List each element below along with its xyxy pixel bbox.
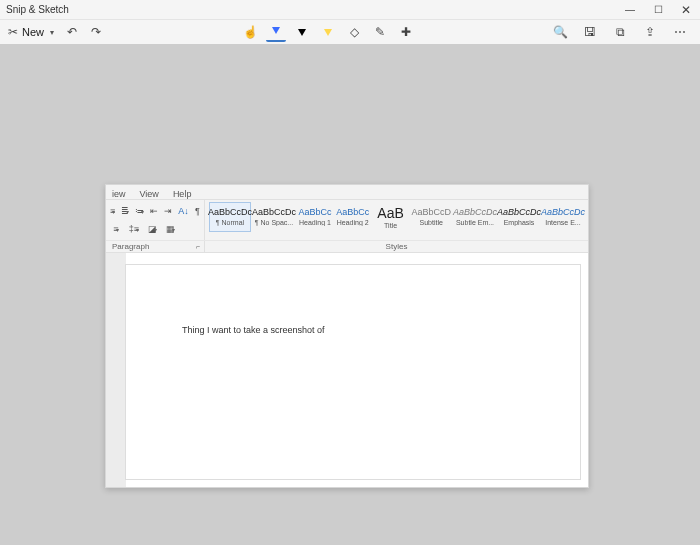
document-body-text: Thing I want to take a screenshot of (182, 325, 325, 335)
pen-blue-button[interactable] (266, 22, 286, 42)
align-left-icon[interactable]: ≡▾ (110, 224, 122, 234)
ruler-button[interactable]: ✎ (370, 22, 390, 42)
snip-icon: ✂ (8, 25, 18, 39)
increase-indent-icon[interactable]: ⇥ (164, 206, 172, 216)
borders-icon[interactable]: ▦▾ (164, 224, 176, 234)
style-subtitle[interactable]: AaBbCcD Subtitle (410, 202, 452, 232)
save-button[interactable]: 🖫 (580, 22, 600, 42)
paragraph-launcher-icon[interactable]: ⌐ (196, 243, 200, 250)
style-intense-emphasis[interactable]: AaBbCcDc Intense E... (542, 202, 584, 232)
eraser-button[interactable]: ◇ (344, 22, 364, 42)
style-title[interactable]: AaB Title (373, 202, 409, 232)
eraser-icon: ◇ (350, 25, 359, 39)
pen-black-button[interactable] (292, 22, 312, 42)
pen-blue-icon (272, 27, 280, 34)
paragraph-group: ≡▾ ≣▾ ≔▾ ⇤ ⇥ A↓ ¶ ≡▾ ‡≡▾ ◪▾ ▦▾ (106, 200, 205, 240)
redo-button[interactable]: ↷ (86, 22, 106, 42)
new-label: New (22, 26, 44, 38)
styles-gallery[interactable]: AaBbCcDc ¶ Normal AaBbCcDc ¶ No Spac... … (205, 200, 588, 240)
word-left-gutter (106, 253, 126, 487)
numbering-icon[interactable]: ≣▾ (121, 206, 129, 216)
toolbar-right: 🔍 🖫 ⧉ ⇪ ⋯ (550, 22, 696, 42)
pen-black-icon (298, 29, 306, 36)
multilevel-icon[interactable]: ≔▾ (135, 206, 144, 216)
window-title: Snip & Sketch (6, 4, 69, 15)
ribbon-group-labels: Paragraph ⌐ Styles (106, 241, 588, 253)
style-subtle-emphasis[interactable]: AaBbCcDc Subtle Em... (454, 202, 496, 232)
minimize-button[interactable]: — (616, 0, 644, 20)
word-page[interactable]: Thing I want to take a screenshot of (126, 265, 580, 479)
show-marks-icon[interactable]: ¶ (195, 206, 200, 216)
word-tab-view[interactable]: View (140, 189, 159, 199)
new-dropdown-chevron-icon[interactable]: ▾ (50, 28, 54, 37)
undo-icon: ↶ (67, 25, 77, 39)
save-icon: 🖫 (584, 25, 596, 39)
word-ribbon-tabs: iew View Help (106, 185, 588, 199)
style-heading-1[interactable]: AaBbCc Heading 1 (297, 202, 333, 232)
style-normal[interactable]: AaBbCcDc ¶ Normal (209, 202, 251, 232)
highlighter-icon (324, 29, 332, 36)
more-icon: ⋯ (674, 25, 686, 39)
captured-word-window: iew View Help ≡▾ ≣▾ ≔▾ ⇤ ⇥ A↓ ¶ ≡▾ ‡≡▾ ◪… (105, 184, 589, 488)
crop-button[interactable]: ✚ (396, 22, 416, 42)
undo-button[interactable]: ↶ (62, 22, 82, 42)
shading-icon[interactable]: ◪▾ (146, 224, 158, 234)
styles-group-label: Styles (205, 241, 588, 252)
copy-icon: ⧉ (616, 25, 625, 39)
bullets-icon[interactable]: ≡▾ (110, 206, 115, 216)
word-tab-partial[interactable]: iew (112, 189, 126, 199)
touch-writing-button[interactable]: ☝ (240, 22, 260, 42)
pen-tools: ☝ ◇ ✎ ✚ (240, 22, 416, 42)
capture-canvas[interactable]: iew View Help ≡▾ ≣▾ ≔▾ ⇤ ⇥ A↓ ¶ ≡▾ ‡≡▾ ◪… (0, 44, 700, 545)
highlighter-button[interactable] (318, 22, 338, 42)
close-button[interactable]: ✕ (672, 0, 700, 20)
title-bar: Snip & Sketch — ☐ ✕ (0, 0, 700, 20)
style-heading-2[interactable]: AaBbCc Heading 2 (335, 202, 371, 232)
style-no-spacing[interactable]: AaBbCcDc ¶ No Spac... (253, 202, 295, 232)
share-button[interactable]: ⇪ (640, 22, 660, 42)
style-emphasis[interactable]: AaBbCcDc Emphasis (498, 202, 540, 232)
sort-icon[interactable]: A↓ (178, 206, 189, 216)
crop-icon: ✚ (401, 25, 411, 39)
zoom-button[interactable]: 🔍 (550, 22, 570, 42)
copy-button[interactable]: ⧉ (610, 22, 630, 42)
paragraph-group-label: Paragraph ⌐ (106, 241, 205, 252)
redo-icon: ↷ (91, 25, 101, 39)
ruler-icon: ✎ (375, 25, 385, 39)
word-ribbon: ≡▾ ≣▾ ≔▾ ⇤ ⇥ A↓ ¶ ≡▾ ‡≡▾ ◪▾ ▦▾ AaBbCcDc (106, 199, 588, 241)
touch-icon: ☝ (243, 25, 258, 39)
more-button[interactable]: ⋯ (670, 22, 690, 42)
maximize-button[interactable]: ☐ (644, 0, 672, 20)
word-tab-help[interactable]: Help (173, 189, 192, 199)
line-spacing-icon[interactable]: ‡≡▾ (128, 224, 140, 234)
zoom-icon: 🔍 (553, 25, 568, 39)
share-icon: ⇪ (645, 25, 655, 39)
decrease-indent-icon[interactable]: ⇤ (150, 206, 158, 216)
new-snip-button[interactable]: ✂ New ▾ (4, 22, 58, 42)
app-toolbar: ✂ New ▾ ↶ ↷ ☝ ◇ ✎ ✚ 🔍 🖫 ⧉ ⇪ ⋯ (0, 20, 700, 44)
